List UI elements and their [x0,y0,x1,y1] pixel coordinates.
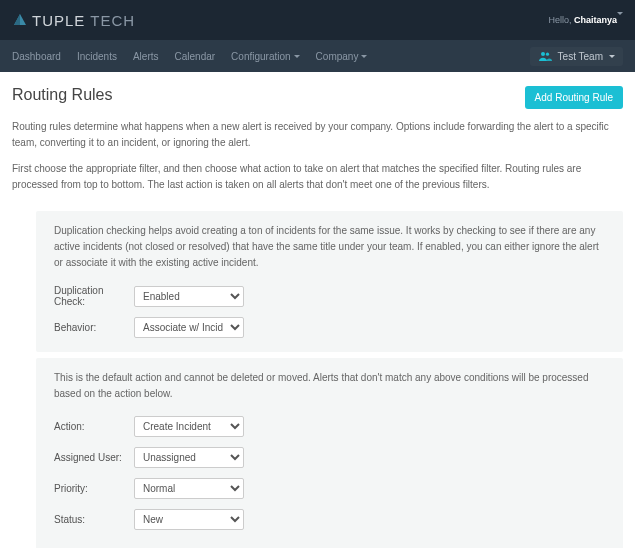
logo[interactable]: TUPLE TECH [12,12,135,29]
default-action-card: This is the default action and cannot be… [36,358,623,548]
dup-behavior-label: Behavior: [54,322,134,333]
topbar: TUPLE TECH Hello, Chaitanya [0,0,635,40]
people-icon [538,51,552,61]
action-row: Action: Create Incident [54,416,605,437]
assigned-user-select[interactable]: Unassigned [134,447,244,468]
save-row: Save Routing Rules [36,544,623,548]
chevron-down-icon [294,55,300,58]
page-header: Routing Rules Add Routing Rule [12,86,623,109]
nav-configuration[interactable]: Configuration [231,51,299,62]
dup-check-row: Duplication Check: Enabled [54,285,605,307]
nav-links: Dashboard Incidents Alerts Calendar Conf… [12,51,367,62]
assigned-user-row: Assigned User: Unassigned [54,447,605,468]
priority-row: Priority: Normal [54,478,605,499]
page-title: Routing Rules [12,86,113,104]
logo-text: TUPLE TECH [32,12,135,29]
priority-select[interactable]: Normal [134,478,244,499]
chevron-down-icon [361,55,367,58]
assigned-user-label: Assigned User: [54,452,134,463]
status-select[interactable]: New [134,509,244,530]
priority-label: Priority: [54,483,134,494]
svg-marker-1 [14,14,20,25]
default-description: This is the default action and cannot be… [54,370,605,402]
add-routing-rule-button[interactable]: Add Routing Rule [525,86,623,109]
status-row: Status: New [54,509,605,530]
team-selector[interactable]: Test Team [530,47,623,66]
page-content: Routing Rules Add Routing Rule Routing r… [0,72,635,548]
dup-check-select[interactable]: Enabled [134,286,244,307]
nav-calendar[interactable]: Calendar [175,51,216,62]
team-name: Test Team [558,51,603,62]
svg-point-2 [541,52,545,56]
svg-point-3 [546,53,549,56]
action-label: Action: [54,421,134,432]
chevron-down-icon [617,12,623,25]
nav-dashboard[interactable]: Dashboard [12,51,61,62]
intro-paragraph-1: Routing rules determine what happens whe… [12,119,623,151]
duplication-card: Duplication checking helps avoid creatin… [36,211,623,352]
user-greeting[interactable]: Hello, Chaitanya [548,15,623,25]
chevron-down-icon [609,55,615,58]
dup-behavior-row: Behavior: Associate w/ Incident [54,317,605,338]
action-select[interactable]: Create Incident [134,416,244,437]
rules-panel: Duplication checking helps avoid creatin… [36,211,623,548]
nav-company[interactable]: Company [316,51,368,62]
dup-behavior-select[interactable]: Associate w/ Incident [134,317,244,338]
status-label: Status: [54,514,134,525]
duplication-description: Duplication checking helps avoid creatin… [54,223,605,271]
logo-icon [12,12,28,28]
navbar: Dashboard Incidents Alerts Calendar Conf… [0,40,635,72]
dup-check-label: Duplication Check: [54,285,134,307]
nav-alerts[interactable]: Alerts [133,51,159,62]
nav-incidents[interactable]: Incidents [77,51,117,62]
intro-paragraph-2: First choose the appropriate filter, and… [12,161,623,193]
